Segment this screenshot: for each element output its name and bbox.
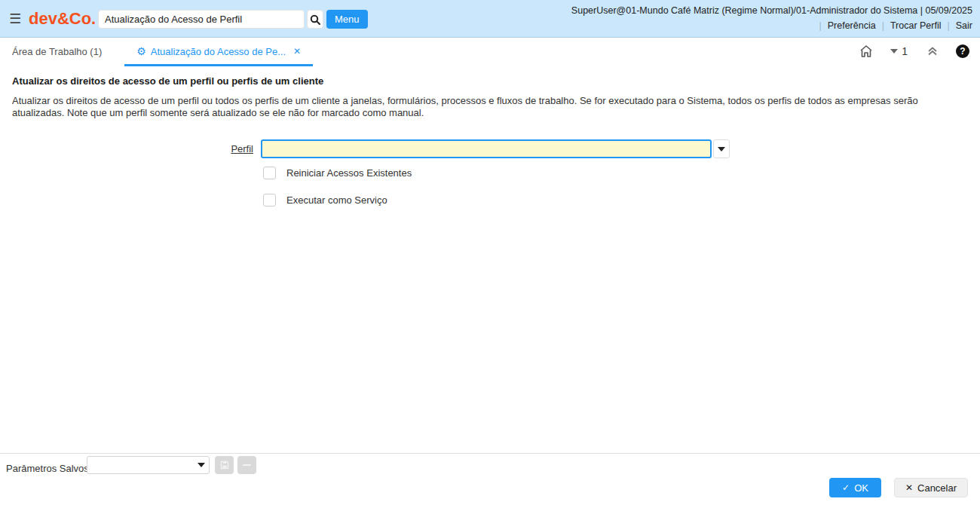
logout-link[interactable]: Sair <box>956 20 972 31</box>
run-as-service-label: Executar como Serviço <box>286 194 387 206</box>
collapse-up-icon[interactable] <box>926 44 939 58</box>
switch-profile-link[interactable]: Trocar Perfil <box>890 20 942 31</box>
tab-close-icon[interactable]: ✕ <box>293 46 301 57</box>
profile-field-label[interactable]: Perfil <box>0 139 253 159</box>
preferences-link[interactable]: Preferência <box>828 20 876 31</box>
ok-button-label: OK <box>854 482 868 494</box>
user-session-info: SuperUser@01-Mundo Café Matriz (Regime N… <box>571 5 972 16</box>
tab-count: 1 <box>902 45 908 57</box>
tab-active-profile-access[interactable]: ⚙ Atualização do Acesso de Pe... ✕ <box>124 38 313 66</box>
search-button[interactable] <box>307 10 323 29</box>
chevron-down-icon <box>890 49 898 54</box>
save-params-button[interactable] <box>215 456 234 474</box>
home-icon[interactable] <box>859 44 874 59</box>
cancel-button-label: Cancelar <box>917 482 957 494</box>
run-as-service-checkbox[interactable] <box>263 194 276 207</box>
top-header-bar: ☰ dev&Co. Menu SuperUser@01-Mundo Café M… <box>0 0 980 38</box>
global-search-input[interactable] <box>98 10 305 29</box>
help-icon[interactable]: ? <box>956 44 969 58</box>
tab-workspace-label: Área de Trabalho (1) <box>12 46 102 57</box>
app-logo[interactable]: dev&Co. <box>29 9 96 29</box>
close-icon: ✕ <box>905 483 913 492</box>
dropdown-arrow-icon <box>718 147 725 151</box>
footer-divider <box>0 453 980 454</box>
profile-dropdown-button[interactable] <box>713 139 730 158</box>
checkbox-row-restart-access: Reiniciar Acessos Existentes <box>263 167 412 179</box>
page-description: Atualizar os direitos de acesso de um pe… <box>12 95 944 119</box>
checkbox-row-run-as-service: Executar como Serviço <box>263 194 387 207</box>
link-separator: | <box>948 20 950 31</box>
app-window: ☰ dev&Co. Menu SuperUser@01-Mundo Café M… <box>0 0 980 508</box>
profile-input[interactable] <box>261 139 712 158</box>
check-icon: ✓ <box>842 483 850 492</box>
tab-workspace[interactable]: Área de Trabalho (1) <box>0 38 114 66</box>
page-title: Atualizar os direitos de acesso de um pe… <box>12 75 323 87</box>
remove-params-button[interactable] <box>237 456 256 474</box>
tab-strip-actions: 1 ? <box>859 38 969 64</box>
hamburger-menu-icon[interactable]: ☰ <box>9 13 23 25</box>
tab-strip: Área de Trabalho (1) ⚙ Atualização do Ac… <box>0 38 980 66</box>
link-separator: | <box>882 20 884 31</box>
header-links: | Preferência | Trocar Perfil | Sair <box>813 20 972 31</box>
saved-params-combobox[interactable] <box>87 456 210 474</box>
saved-params-label: Parâmetros Salvos <box>6 460 89 478</box>
saved-params-input[interactable] <box>87 457 194 473</box>
link-separator: | <box>819 20 821 31</box>
tab-active-label: Atualização do Acesso de Pe... <box>151 46 286 57</box>
ok-button[interactable]: ✓ OK <box>829 478 881 497</box>
cancel-button[interactable]: ✕ Cancelar <box>894 478 968 497</box>
restart-access-label: Reiniciar Acessos Existentes <box>286 167 412 179</box>
search-icon <box>310 14 320 25</box>
gear-icon: ⚙ <box>136 46 146 57</box>
profile-form-row: Perfil <box>0 139 980 159</box>
tab-list-dropdown[interactable]: 1 <box>890 45 908 57</box>
save-icon <box>220 461 229 470</box>
menu-button[interactable]: Menu <box>326 10 368 29</box>
minus-icon <box>243 464 251 467</box>
saved-params-dropdown-button[interactable] <box>194 463 209 467</box>
restart-access-checkbox[interactable] <box>263 167 276 179</box>
dropdown-arrow-icon <box>198 463 205 467</box>
